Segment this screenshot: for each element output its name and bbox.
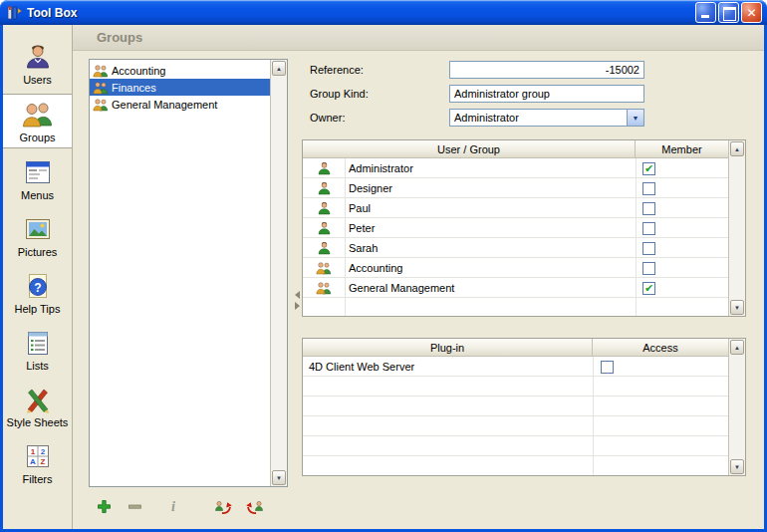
title-bar[interactable]: Tool Box ✕	[0, 0, 767, 25]
checkbox[interactable]	[642, 182, 655, 195]
sidebar: UsersGroupsMenusPictures?Help TipsListsS…	[3, 25, 73, 529]
sidebar-item-groups[interactable]: Groups	[3, 94, 72, 148]
column-header-plugin[interactable]: Plug-in	[303, 339, 593, 356]
checkbox[interactable]: ✔	[642, 162, 655, 175]
checkbox[interactable]	[642, 262, 655, 275]
column-divider	[593, 357, 594, 475]
scroll-up-icon[interactable]: ▲	[730, 141, 744, 156]
column-header-member[interactable]: Member	[636, 140, 728, 157]
svg-text:i: i	[171, 499, 175, 514]
members-table-scrollbar[interactable]: ▲ ▼	[728, 140, 745, 316]
column-header-user-group[interactable]: User / Group	[303, 140, 636, 157]
plugin-row[interactable]: 4D Client Web Server	[303, 357, 728, 377]
group-small-icon	[303, 278, 345, 298]
svg-text:?: ?	[34, 281, 41, 295]
reference-value: -15002	[606, 64, 639, 76]
groups-list: AccountingFinancesGeneral Management	[90, 60, 270, 486]
member-row[interactable]: Administrator✔	[303, 158, 728, 178]
user-small-icon	[303, 178, 345, 198]
members-table-content: User / Group Member Administrator✔Design…	[303, 140, 728, 316]
checkbox[interactable]: ✔	[642, 282, 655, 295]
maximize-button[interactable]	[718, 2, 739, 23]
sidebar-item-menus[interactable]: Menus	[3, 152, 72, 205]
sidebar-item-help-tips[interactable]: ?Help Tips	[3, 266, 72, 319]
info-icon: i	[168, 498, 178, 516]
groups-list-pane: AccountingFinancesGeneral Management ▲ ▼	[89, 59, 288, 487]
member-row[interactable]: Paul	[303, 198, 728, 218]
owner-select[interactable]: Administrator ▼	[449, 109, 644, 127]
scroll-down-icon[interactable]: ▼	[730, 300, 744, 315]
close-button[interactable]: ✕	[741, 2, 762, 23]
import-users-groups-button[interactable]	[214, 498, 232, 517]
collapse-right-icon	[295, 302, 300, 310]
group-info-button[interactable]: i	[168, 498, 178, 516]
minus-icon	[128, 499, 142, 516]
member-row[interactable]: Accounting	[303, 258, 728, 278]
group-kind-field[interactable]: Administrator group	[449, 85, 644, 103]
export-users-groups-button[interactable]	[246, 498, 264, 517]
scroll-up-icon[interactable]: ▲	[730, 340, 744, 355]
arrowOut-icon	[246, 498, 264, 517]
collapse-left-icon	[295, 291, 300, 299]
plugins-table-body: 4D Client Web Server	[303, 357, 728, 475]
member-cell	[636, 258, 728, 278]
sidebar-item-lists[interactable]: Lists	[3, 323, 72, 376]
member-cell	[636, 178, 728, 198]
sidebar-item-label: Groups	[19, 132, 55, 143]
minimize-button[interactable]	[695, 2, 716, 23]
sidebar-item-filters[interactable]: 12AZFilters	[3, 436, 72, 489]
group-kind-label: Group Kind:	[310, 88, 369, 100]
sidebar-item-pictures[interactable]: Pictures	[3, 209, 72, 262]
member-name: Designer	[345, 178, 636, 198]
scroll-track[interactable]	[729, 157, 745, 299]
reference-field[interactable]: -15002	[449, 61, 644, 79]
scroll-track[interactable]	[729, 356, 745, 458]
add-group-button[interactable]	[97, 499, 112, 516]
checkbox[interactable]	[642, 202, 655, 215]
scroll-down-icon[interactable]: ▼	[272, 470, 286, 485]
close-icon: ✕	[746, 7, 756, 19]
remove-group-button[interactable]	[128, 499, 142, 516]
user-small-icon	[303, 198, 345, 218]
column-divider	[345, 158, 346, 316]
member-row[interactable]: Peter	[303, 218, 728, 238]
sidebar-item-users[interactable]: Users	[3, 37, 72, 90]
checkbox[interactable]	[642, 222, 655, 235]
stylesheets-icon	[23, 385, 53, 414]
window-content: UsersGroupsMenusPictures?Help TipsListsS…	[3, 25, 764, 529]
svg-text:2: 2	[40, 447, 45, 456]
member-cell	[636, 238, 728, 258]
group-list-item[interactable]: Finances	[90, 79, 270, 96]
member-row[interactable]: Designer	[303, 178, 728, 198]
plugins-table-content: Plug-in Access 4D Client Web Server	[303, 339, 728, 475]
group-name: Finances	[112, 82, 156, 94]
group-small-icon	[93, 64, 109, 78]
member-row[interactable]: General Management✔	[303, 278, 728, 298]
pictures-icon	[23, 214, 53, 244]
user-small-icon	[303, 218, 345, 238]
sidebar-item-label: Style Sheets	[7, 416, 69, 428]
checkbox[interactable]	[642, 242, 655, 255]
scroll-track[interactable]	[271, 77, 287, 469]
member-row[interactable]: Sarah	[303, 238, 728, 258]
plugins-table-scrollbar[interactable]: ▲ ▼	[728, 339, 745, 475]
checkbox[interactable]	[601, 361, 614, 374]
groups-toolbar: i	[89, 495, 288, 519]
member-cell	[636, 218, 728, 238]
group-list-item[interactable]: General Management	[90, 96, 270, 113]
group-name: Accounting	[112, 65, 165, 77]
member-name: Administrator	[345, 158, 636, 178]
sidebar-item-label: Users	[23, 74, 52, 86]
scroll-up-icon[interactable]: ▲	[272, 61, 286, 76]
group-kind-value: Administrator group	[454, 88, 550, 100]
column-header-access[interactable]: Access	[593, 339, 728, 356]
group-detail-pane: Reference: -15002 Group Kind: Administra…	[302, 59, 746, 527]
groups-list-scrollbar[interactable]: ▲ ▼	[270, 60, 287, 486]
member-cell: ✔	[636, 158, 728, 178]
arrowIn-icon	[214, 498, 232, 517]
sidebar-item-style-sheets[interactable]: Style Sheets	[3, 380, 72, 432]
scroll-down-icon[interactable]: ▼	[730, 459, 744, 474]
pane-splitter[interactable]	[293, 278, 301, 322]
group-list-item[interactable]: Accounting	[90, 62, 270, 79]
dropdown-arrow-icon[interactable]: ▼	[627, 110, 643, 126]
